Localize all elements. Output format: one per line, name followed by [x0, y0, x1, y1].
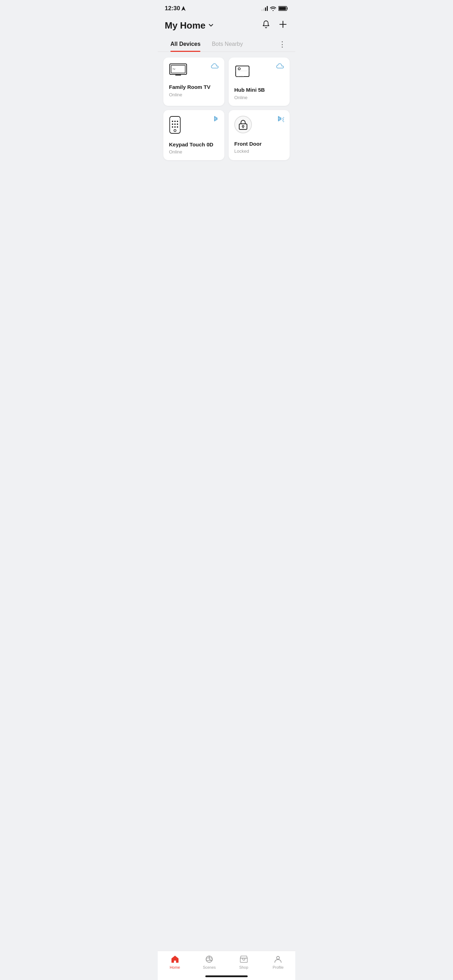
device-name: Front Door — [234, 140, 284, 148]
wifi-icon — [270, 6, 276, 11]
status-time: 12:30 — [165, 5, 186, 12]
tv-icon: TV — [169, 63, 188, 76]
home-title: My Home — [165, 20, 206, 31]
battery-icon — [278, 6, 288, 11]
device-card-header: SwitchBot — [234, 63, 284, 80]
svg-point-15 — [174, 121, 176, 122]
tab-bots-nearby[interactable]: Bots Nearby — [206, 37, 248, 51]
svg-point-25 — [242, 125, 244, 127]
lock-icon — [238, 119, 248, 130]
svg-point-19 — [177, 124, 178, 125]
svg-point-16 — [177, 121, 178, 122]
remote-icon — [169, 116, 181, 134]
svg-point-22 — [177, 126, 178, 128]
device-status: Locked — [234, 148, 284, 154]
tabs-more-button[interactable]: ⋮ — [276, 38, 288, 51]
add-button[interactable] — [278, 19, 288, 32]
tabs: All Devices Bots Nearby — [165, 37, 276, 51]
cloud-icon — [211, 63, 219, 69]
svg-point-23 — [174, 129, 176, 132]
svg-rect-1 — [279, 7, 286, 10]
location-icon — [181, 6, 186, 11]
device-status: Online — [169, 92, 219, 97]
bluetooth-scanning-icon — [276, 116, 284, 123]
header: My Home — [158, 15, 295, 37]
bluetooth-icon — [213, 116, 219, 123]
home-title-section[interactable]: My Home — [165, 20, 214, 31]
tabs-container: All Devices Bots Nearby ⋮ — [158, 37, 295, 52]
device-card-header — [169, 116, 219, 134]
device-card-header: TV — [169, 63, 219, 76]
plus-icon — [278, 20, 288, 29]
device-card-front-door[interactable]: Front Door Locked — [229, 110, 290, 161]
tab-all-devices[interactable]: All Devices — [165, 37, 206, 51]
bell-icon — [261, 20, 270, 29]
devices-grid: TV Family Room TV Online SwitchBot Hub M… — [158, 52, 295, 166]
svg-point-18 — [174, 124, 176, 125]
svg-point-17 — [172, 124, 173, 125]
status-icons — [261, 6, 288, 11]
time-display: 12:30 — [165, 5, 180, 12]
device-name: Keypad Touch 0D — [169, 141, 219, 148]
svg-rect-9 — [236, 66, 249, 76]
svg-rect-24 — [239, 124, 247, 129]
svg-text:TV: TV — [173, 68, 175, 70]
svg-point-14 — [172, 121, 173, 122]
lock-icon-container — [234, 116, 252, 134]
svg-text:SwitchBot: SwitchBot — [236, 75, 244, 78]
device-card-header — [234, 116, 284, 134]
signal-icon — [261, 6, 268, 11]
hub-icon: SwitchBot — [234, 63, 251, 80]
device-name: Family Room TV — [169, 84, 219, 91]
notification-button[interactable] — [261, 19, 271, 32]
device-card-family-room-tv[interactable]: TV Family Room TV Online — [163, 57, 224, 106]
device-card-hub-mini-5b[interactable]: SwitchBot Hub Mini 5B Online — [229, 57, 290, 106]
svg-point-21 — [174, 126, 176, 128]
cloud-icon — [276, 63, 284, 69]
svg-point-10 — [238, 68, 240, 70]
device-status: Online — [169, 149, 219, 154]
status-bar: 12:30 — [158, 0, 295, 15]
svg-point-20 — [172, 126, 173, 128]
device-status: Online — [234, 95, 284, 100]
device-card-keypad-touch-0d[interactable]: Keypad Touch 0D Online — [163, 110, 224, 161]
header-actions — [261, 19, 288, 32]
device-name: Hub Mini 5B — [234, 86, 284, 94]
chevron-down-icon — [208, 22, 214, 29]
